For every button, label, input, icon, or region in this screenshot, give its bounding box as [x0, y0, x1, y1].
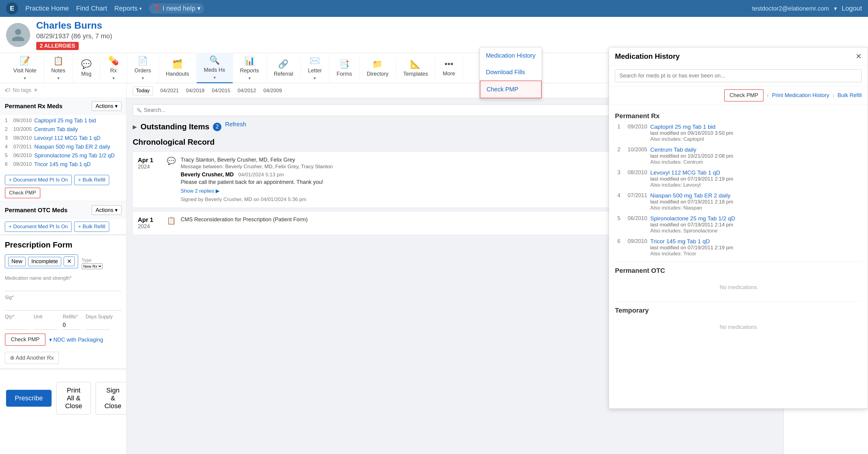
toolbar-orders[interactable]: 📄 Orders ▾ — [127, 53, 159, 83]
form-entry-icon: 📋 — [167, 217, 176, 230]
msg-icon: 💬 — [81, 59, 92, 69]
toolbar-more[interactable]: ••• More — [435, 57, 463, 79]
rx-unit-label: Unit — [34, 314, 58, 320]
timeline-today-button[interactable]: Today — [133, 86, 153, 95]
entry-date: Apr 1 — [138, 157, 162, 164]
entry-year-2: 2024 — [138, 223, 162, 230]
toolbar-reports[interactable]: 📊 Reports ▾ — [233, 53, 267, 83]
handouts-icon: 🗂️ — [172, 59, 183, 69]
toolbar-forms[interactable]: 📑 Forms — [329, 57, 360, 79]
entry-year: 2024 — [138, 164, 162, 170]
patient-info: Charles Burns 08/29/1937 (86 yrs, 7 mo) … — [36, 20, 112, 50]
rx-type-section: Type New Rx — [82, 257, 102, 269]
toolbar-visit-note[interactable]: 📝 Visit Note ▾ — [6, 53, 44, 83]
bottom-bar: Prescribe Print All & Close Sign & Close… — [0, 369, 126, 427]
bulk-refill-med-history-button[interactable]: Bulk Refill — [838, 92, 862, 99]
permanent-otc-header[interactable]: Permanent OTC Meds Actions ▾ — [0, 201, 126, 219]
toolbar-meds-hx[interactable]: 🔍 Meds Hx ▾ — [197, 53, 233, 83]
mh-temporary-title: Temporary — [615, 306, 862, 315]
toolbar-referral[interactable]: 🔗 Referral — [267, 57, 301, 79]
rx-qty-input[interactable] — [5, 321, 29, 330]
permanent-rx-header[interactable]: Permanent Rx Meds Actions ▾ — [0, 97, 126, 115]
outstanding-count-badge: 2 — [213, 123, 221, 131]
rx-med-name-input[interactable] — [5, 282, 122, 291]
dropdown-download-fills[interactable]: Download Fills — [480, 64, 542, 80]
notes-arrow-icon: ▾ — [57, 76, 59, 80]
list-item: 6 09/2010 Tricor 145 mg Tab 1 qD last mo… — [615, 238, 862, 257]
document-med-otc-button[interactable]: + Document Med Pt Is On — [5, 222, 72, 232]
mh-med-name-link[interactable]: Niaspan 500 mg Tab ER 2 daily — [650, 192, 862, 199]
toolbar-letter[interactable]: ✉️ Letter ▾ — [301, 53, 329, 83]
dropdown-check-pmp[interactable]: Check PMP — [480, 80, 542, 98]
list-item: 3 08/2010 Levoxyl 112 MCG Tab 1 qD last … — [615, 169, 862, 188]
toolbar-notes[interactable]: 📋 Notes ▾ — [44, 53, 73, 83]
mh-med-name-link[interactable]: Levoxyl 112 MCG Tab 1 qD — [650, 169, 862, 176]
mh-med-name-link[interactable]: Tricor 145 mg Tab 1 qD — [650, 238, 862, 245]
no-tags-label: No tags — [13, 87, 31, 93]
add-another-rx-button[interactable]: ⊕ Add Another Rx — [5, 352, 59, 364]
rx-days-supply-input[interactable] — [86, 321, 110, 330]
rx-refills-input[interactable] — [63, 321, 81, 330]
med-name-link[interactable]: Levoxyl 112 MCG Tab 1 qD — [34, 135, 100, 141]
toolbar-forms-label: Forms — [337, 71, 352, 77]
med-name-link[interactable]: Centrum Tab daily — [34, 126, 78, 133]
permanent-rx-actions-button[interactable]: Actions ▾ — [92, 101, 122, 111]
rx-status-close-button[interactable]: ✕ — [64, 257, 75, 266]
toolbar-handouts[interactable]: 🗂️ Handouts — [159, 57, 197, 79]
bulk-refill-rx-button[interactable]: + Bulk Refill — [74, 175, 109, 185]
sign-close-button[interactable]: Sign & Close — [96, 382, 127, 415]
print-medication-history-button[interactable]: Print Medication History — [772, 92, 829, 99]
check-pmp-sidebar-button[interactable]: Check PMP — [5, 188, 40, 198]
rx-arrow-icon: ▾ — [113, 76, 115, 80]
add-tag-button[interactable]: + — [34, 86, 38, 94]
toolbar-templates[interactable]: 📐 Templates — [396, 57, 435, 79]
rx-unit-input[interactable] — [34, 321, 58, 330]
forms-icon: 📑 — [339, 59, 349, 69]
nav-help[interactable]: ❓ I need help ▾ — [149, 3, 204, 13]
entry-date-col: Apr 1 2024 — [138, 157, 162, 202]
med-name-link[interactable]: Spironolactone 25 mg Tab 1/2 qD — [34, 153, 115, 159]
rx-sidebar-actions: + Document Med Pt Is On + Bulk Refill Ch… — [0, 172, 126, 201]
nav-find-chart[interactable]: Find Chart — [76, 4, 107, 12]
outstanding-title: Outstanding Items — [141, 122, 209, 131]
mh-med-name-link[interactable]: Spironolactone 25 mg Tab 1/2 qD — [650, 215, 862, 222]
toolbar-msg[interactable]: 💬 Msg — [73, 57, 100, 79]
dropdown-medication-history[interactable]: Medication History — [480, 47, 542, 64]
toolbar-rx[interactable]: 💊 Rx ▾ — [100, 53, 127, 83]
print-all-close-button[interactable]: Print All & Close — [56, 382, 91, 415]
ndc-button[interactable]: ▾ NDC with Packaging — [49, 336, 103, 343]
bulk-refill-otc-button[interactable]: + Bulk Refill — [74, 222, 109, 232]
list-item: 5 06/2010 Spironolactone 25 mg Tab 1/2 q… — [5, 153, 122, 159]
check-pmp-rx-form-button[interactable]: Check PMP — [5, 333, 45, 346]
nav-reports[interactable]: Reports ▾ — [114, 4, 142, 12]
mh-med-name-link[interactable]: Centrum Tab daily — [650, 147, 862, 153]
meds-hx-arrow-icon: ▾ — [214, 75, 216, 80]
avatar — [6, 23, 30, 47]
outstanding-toggle-icon[interactable]: ▶ — [133, 124, 137, 130]
permanent-otc-actions-button[interactable]: Actions ▾ — [92, 205, 122, 215]
allergy-badge[interactable]: 2 ALLERGIES — [36, 42, 79, 50]
rx-sig-input[interactable] — [5, 301, 122, 311]
toolbar-directory[interactable]: 📁 Directory — [360, 57, 396, 79]
page-wrapper: E Practice Home Find Chart Reports ▾ ❓ I… — [0, 0, 868, 454]
med-name-link[interactable]: Tricor 145 mg Tab 1 qD — [34, 161, 91, 168]
meds-hx-icon: 🔍 — [209, 55, 220, 65]
prescribe-button[interactable]: Prescribe — [6, 390, 52, 407]
timeline-date-2: 04/2018 — [186, 88, 205, 94]
permanent-rx-title: Permanent Rx Meds — [5, 103, 62, 110]
rx-icon: 💊 — [108, 56, 119, 66]
med-name-link[interactable]: Captopril 25 mg Tab 1 bid — [34, 118, 96, 124]
med-name-link[interactable]: Niaspan 500 mg Tab ER 2 daily — [34, 144, 110, 150]
toolbar-notes-label: Notes — [51, 67, 65, 74]
mh-med-name-link[interactable]: Captopril 25 mg Tab 1 bid — [650, 124, 862, 130]
rx-type-label: Type — [82, 257, 102, 263]
directory-icon: 📁 — [372, 59, 383, 69]
search-icon: 🔍 — [136, 108, 142, 112]
check-pmp-med-history-button[interactable]: Check PMP — [724, 89, 764, 102]
nav-practice-home[interactable]: Practice Home — [25, 4, 69, 12]
refresh-link[interactable]: Refresh — [225, 121, 246, 128]
document-med-rx-button[interactable]: + Document Med Pt Is On — [5, 175, 72, 185]
toolbar-handouts-label: Handouts — [166, 71, 189, 77]
logout-link[interactable]: Logout — [842, 4, 862, 12]
rx-type-select[interactable]: New Rx — [82, 263, 102, 269]
